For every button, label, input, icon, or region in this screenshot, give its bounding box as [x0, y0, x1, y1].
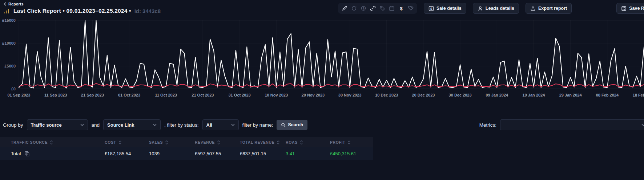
- col-label: TOTAL REVENUE: [240, 140, 274, 144]
- dollar-circle-icon[interactable]: $: [361, 5, 366, 11]
- search-icon: [281, 123, 286, 127]
- tags-icon[interactable]: [408, 5, 414, 11]
- x-tick-label: 08 Feb 2024: [596, 93, 619, 97]
- revenue-area: [19, 20, 644, 89]
- table-header-row: TRAFFIC SOURCE COST SALES REVENUE TOTAL …: [0, 137, 373, 147]
- x-tick-label: 11 Oct 2023: [155, 93, 177, 97]
- x-tick-label: 19 Jan 2024: [523, 93, 546, 97]
- x-tick-label: 21 Oct 2023: [192, 93, 214, 97]
- report-id: Id: 3443c8: [134, 8, 161, 14]
- svg-text:$: $: [430, 7, 432, 11]
- y-tick-label: £15000: [2, 18, 16, 22]
- sale-icon: $: [428, 6, 434, 11]
- col-label: PROFIT: [330, 140, 345, 144]
- group-by-secondary-select[interactable]: Source Link: [103, 119, 161, 130]
- group-by-value: Traffic source: [31, 122, 62, 128]
- sort-icon: [50, 140, 53, 144]
- search-label: Search: [288, 122, 303, 127]
- report-icon: [4, 8, 10, 14]
- icon-toolbar: $ $: [338, 3, 417, 14]
- calendar-icon[interactable]: [389, 5, 395, 11]
- tag-icon[interactable]: [379, 5, 385, 11]
- payout-icon[interactable]: [351, 5, 357, 11]
- export-report-label: Export report: [538, 6, 567, 11]
- total-label: Total: [11, 151, 21, 156]
- chevron-down-icon: [80, 124, 84, 126]
- total-revenue-value: £637,501.15: [240, 151, 286, 156]
- sort-icon: [118, 140, 122, 144]
- sale-details-button[interactable]: $ Sale details: [424, 3, 466, 14]
- col-label: ROAS: [286, 140, 298, 144]
- col-label: TRAFFIC SOURCE: [11, 140, 48, 144]
- export-report-button[interactable]: Export report: [526, 3, 572, 14]
- profit-value: £450,315.61: [330, 151, 373, 156]
- y-tick-label: £10000: [2, 41, 16, 45]
- col-profit[interactable]: PROFIT: [330, 140, 373, 144]
- copy-icon[interactable]: [24, 151, 30, 156]
- y-tick-label: £5000: [4, 64, 16, 68]
- save-report-label: Save Report: [629, 6, 644, 11]
- edit-icon[interactable]: [342, 5, 347, 11]
- leads-icon: [478, 6, 483, 11]
- results-table: TRAFFIC SOURCE COST SALES REVENUE TOTAL …: [0, 137, 373, 160]
- chevron-down-icon: [641, 124, 644, 126]
- y-tick-label: £0: [11, 87, 16, 91]
- col-traffic-source[interactable]: TRAFFIC SOURCE: [0, 140, 105, 144]
- total-cell: Total: [0, 151, 105, 156]
- search-button[interactable]: Search: [277, 120, 307, 130]
- status-value: All: [206, 122, 213, 128]
- source-link-value: Source Link: [107, 122, 134, 128]
- col-total-revenue[interactable]: TOTAL REVENUE: [240, 140, 286, 144]
- filter-by-name-label: filter by name:: [242, 122, 273, 128]
- x-tick-label: 18 Feb 2024: [633, 93, 644, 97]
- x-tick-label: 10 Nov 2023: [265, 93, 288, 97]
- link-icon[interactable]: [370, 5, 376, 11]
- x-tick-label: 10 Dec 2023: [375, 93, 398, 97]
- filter-by-status-label: , filter by status:: [164, 122, 199, 128]
- traffic-chart-svg: £0£5000£10000£1500001 Sep 202311 Sep 202…: [0, 17, 644, 99]
- col-label: REVENUE: [195, 140, 215, 144]
- metrics-select[interactable]: [500, 119, 644, 130]
- x-tick-label: 20 Dec 2023: [412, 93, 435, 97]
- save-report-button[interactable]: Save Report: [616, 3, 644, 14]
- col-roas[interactable]: ROAS: [286, 140, 330, 144]
- save-icon: [621, 6, 627, 11]
- sort-icon: [300, 140, 303, 144]
- sort-icon: [277, 140, 280, 144]
- x-tick-label: 01 Sep 2023: [8, 93, 31, 97]
- chevron-down-icon: [231, 124, 235, 126]
- sales-value: 1039: [149, 151, 195, 156]
- title-row: Last Click Report • 09.01.2023–02.25.202…: [4, 8, 161, 14]
- and-label: and: [92, 122, 100, 128]
- page-title: Last Click Report • 09.01.2023–02.25.202…: [13, 8, 131, 14]
- x-tick-label: 30 Nov 2023: [338, 93, 362, 97]
- group-by-select[interactable]: Traffic source: [27, 119, 88, 130]
- x-tick-label: 20 Nov 2023: [302, 93, 325, 97]
- col-cost[interactable]: COST: [105, 140, 149, 144]
- top-actions: $ $ $ Sale details Leads details Export …: [338, 3, 644, 14]
- svg-text:$: $: [363, 7, 365, 10]
- leads-details-button[interactable]: Leads details: [473, 3, 519, 14]
- filter-bar: Group by Traffic source and Source Link …: [0, 119, 644, 130]
- sort-icon: [165, 140, 168, 144]
- leads-details-label: Leads details: [486, 6, 514, 11]
- metrics-label: Metrics:: [479, 122, 496, 128]
- svg-text:$: $: [400, 6, 403, 11]
- last-click-report-page: { "topbar": { "breadcrumb": "Reports", "…: [0, 0, 644, 180]
- chevron-left-icon: [4, 2, 7, 6]
- x-tick-label: 09 Jan 2024: [486, 93, 508, 97]
- col-sales[interactable]: SALES: [149, 140, 195, 144]
- traffic-chart: £0£5000£10000£1500001 Sep 202311 Sep 202…: [0, 17, 644, 101]
- breadcrumb[interactable]: Reports: [4, 2, 24, 6]
- revenue-value: £597,507.55: [195, 151, 240, 156]
- sort-icon: [347, 140, 351, 144]
- breadcrumb-label: Reports: [8, 2, 24, 6]
- col-revenue[interactable]: REVENUE: [195, 140, 240, 144]
- status-select[interactable]: All: [202, 119, 239, 130]
- x-tick-label: 21 Sep 2023: [81, 93, 104, 97]
- sort-icon: [217, 140, 220, 144]
- cost-value: £187,185.54: [105, 151, 149, 156]
- roas-value: 3.41: [286, 151, 330, 156]
- dollar-icon[interactable]: $: [398, 5, 404, 11]
- x-tick-label: 31 Oct 2023: [228, 93, 250, 97]
